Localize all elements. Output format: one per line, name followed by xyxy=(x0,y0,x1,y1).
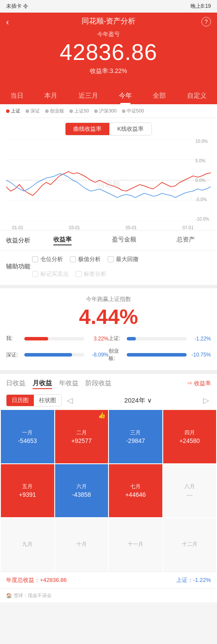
analysis-opt-总资产[interactable]: 总资产 xyxy=(177,236,195,245)
compare-bar-1 xyxy=(127,337,136,340)
x-label: 03-01 xyxy=(69,225,80,230)
month-cell-1[interactable]: 👍二月+92577 xyxy=(55,410,108,463)
hero-subtitle: 今年盈亏 xyxy=(0,30,217,38)
compare-bar-2 xyxy=(24,353,72,357)
month-cell-11[interactable]: 十二月 xyxy=(163,518,217,571)
month-val-6: +44646 xyxy=(125,491,146,498)
month-name-6: 七月 xyxy=(130,483,141,490)
footer-index-label: 上证： xyxy=(176,577,193,583)
chart-toggle-btn-1[interactable]: K线收益率 xyxy=(109,123,151,135)
month-name-0: 一月 xyxy=(22,429,33,436)
y-label: -5.0% xyxy=(195,197,209,202)
period-tab-全部[interactable]: 全部 xyxy=(149,90,169,104)
rate-toggle[interactable]: ⇒ 收益率 xyxy=(187,380,211,387)
beat-section: 今年跑赢上证指数 4.44% xyxy=(0,288,217,334)
legend-label-3: 上证50 xyxy=(74,108,89,114)
helper-item-1[interactable]: 极值分析 xyxy=(70,255,101,263)
checkbox-1[interactable] xyxy=(70,256,76,262)
legend-item-5[interactable]: 中证500 xyxy=(122,108,144,114)
chart-x-labels: 01-0103-0105-0107-01 xyxy=(12,225,194,230)
bp-tab-年收益[interactable]: 年收益 xyxy=(59,379,79,387)
legend-dot-5 xyxy=(122,109,125,113)
x-label: 05-01 xyxy=(126,225,137,230)
compare-val-1: -1.22% xyxy=(189,336,211,342)
legend-item-2[interactable]: 创业板 xyxy=(45,108,64,114)
checkbox-3 xyxy=(32,271,38,277)
chart-area: 同花顺 10.0%5.0%0.0%-5.0%-10.0% 01-0103-010… xyxy=(6,139,211,230)
helper-row: 辅助功能 仓位分析极值分析最大回撤标记买卖点标签分析 xyxy=(6,255,211,278)
analysis-opt-收益率[interactable]: 收益率 xyxy=(53,236,72,245)
month-cell-9[interactable]: 十月 xyxy=(55,518,108,571)
y-label: 0.0% xyxy=(195,178,209,183)
period-tab-自定义[interactable]: 自定义 xyxy=(184,90,210,104)
y-label: -10.0% xyxy=(195,217,209,221)
helper-items: 仓位分析极值分析最大回撤标记买卖点标签分析 xyxy=(32,255,138,278)
chart-y-labels: 10.0%5.0%0.0%-5.0%-10.0% xyxy=(195,139,209,221)
month-val-0: -54653 xyxy=(18,437,37,444)
month-cell-3[interactable]: 四月+24580 xyxy=(163,410,217,463)
help-button[interactable]: ? xyxy=(201,17,211,26)
month-cell-5[interactable]: 六月-43858 xyxy=(55,464,108,518)
thumb-icon-1: 👍 xyxy=(98,412,105,419)
view-toggle: 日历图柱状图 xyxy=(6,394,62,406)
compare-name-2: 深证: xyxy=(6,351,22,359)
compare-name-0: 我: xyxy=(6,335,22,342)
view-btn-1[interactable]: 柱状图 xyxy=(34,395,61,406)
carrier-text: 未插卡 令 xyxy=(6,3,28,10)
back-button[interactable]: ‹ xyxy=(6,17,9,27)
period-tab-近三月[interactable]: 近三月 xyxy=(75,90,102,104)
helper-item-label-3: 标记买卖点 xyxy=(40,270,69,278)
next-arrow[interactable]: ▷ xyxy=(201,396,211,405)
bp-tab-阶段收益[interactable]: 阶段收益 xyxy=(85,379,112,387)
compare-item-3: 创业板:-10.75% xyxy=(108,347,211,363)
period-tab-本月[interactable]: 本月 xyxy=(41,90,61,104)
period-tab-当日[interactable]: 当日 xyxy=(7,90,27,104)
period-tab-今年[interactable]: 今年 xyxy=(115,90,135,104)
footer-bar: 年度总收益：+42836.86 上证：-1.22% xyxy=(0,571,217,588)
time-text: 晚上8:19 xyxy=(191,3,211,10)
legend-item-0[interactable]: 上证 xyxy=(6,108,20,114)
helper-section: 辅助功能 仓位分析极值分析最大回撤标记买卖点标签分析 xyxy=(0,251,217,285)
helper-item-2[interactable]: 最大回撤 xyxy=(108,255,138,263)
period-tabs: 当日本月近三月今年全部自定义 xyxy=(0,86,217,104)
community-bar: 🏠 雪球：现金不误会 xyxy=(0,588,217,602)
status-bar: 未插卡 令 晚上8:19 xyxy=(0,0,217,13)
month-cell-4[interactable]: 五月+9391 xyxy=(1,464,54,518)
month-cell-7[interactable]: 八月— xyxy=(163,464,217,518)
legend-dot-4 xyxy=(94,109,98,113)
chart-section: 曲线收益率K线收益率 同花顺 10.0%5.0%0.0%-5.0%-10.0% … xyxy=(0,118,217,230)
helper-item-0[interactable]: 仓位分析 xyxy=(32,255,63,263)
calendar-controls: 日历图柱状图 ◁ 2024年 ∨ ▷ xyxy=(0,391,217,410)
checkbox-0[interactable] xyxy=(32,256,38,262)
checkbox-2[interactable] xyxy=(108,256,114,262)
month-cell-8[interactable]: 九月 xyxy=(1,518,54,571)
compare-name-3: 创业板: xyxy=(108,347,124,362)
legend-item-3[interactable]: 上证50 xyxy=(69,108,89,114)
checkbox-4 xyxy=(76,271,82,277)
footer-index-val: -1.22% xyxy=(193,577,211,583)
legend-label-0: 上证 xyxy=(11,108,20,114)
analysis-opt-盈亏金额[interactable]: 盈亏金额 xyxy=(112,236,136,245)
bp-tab-月收益[interactable]: 月收益 xyxy=(33,379,52,387)
compare-item-0: 我:3.22% xyxy=(6,334,108,343)
helper-item-label-4: 标签分析 xyxy=(84,270,106,278)
chart-toggle-btn-0[interactable]: 曲线收益率 xyxy=(66,123,109,135)
legend-item-4[interactable]: 沪深300 xyxy=(94,108,116,114)
month-cell-10[interactable]: 十一月 xyxy=(109,518,162,571)
view-btn-0[interactable]: 日历图 xyxy=(7,395,34,406)
bp-tab-日收益[interactable]: 日收益 xyxy=(6,379,26,387)
month-cell-0[interactable]: 一月-54653 xyxy=(1,410,54,463)
analysis-label: 收益分析 xyxy=(6,237,30,244)
prev-arrow[interactable]: ◁ xyxy=(65,396,75,405)
legend-item-1[interactable]: 深证 xyxy=(26,108,40,114)
helper-item-4: 标签分析 xyxy=(76,270,106,278)
month-cell-6[interactable]: 七月+44646 xyxy=(109,464,162,518)
footer-total-val: +42836.86 xyxy=(40,577,67,583)
legend-label-2: 创业板 xyxy=(50,108,64,114)
compare-item-2: 深证:-8.09% xyxy=(6,347,108,363)
month-cell-2[interactable]: 三月-29847 xyxy=(109,410,162,463)
section-divider-2 xyxy=(0,370,217,373)
cal-year[interactable]: 2024年 ∨ xyxy=(78,396,198,405)
bottom-period-tabs: 日收益月收益年收益阶段收益⇒ 收益率 xyxy=(0,373,217,391)
month-name-1: 二月 xyxy=(76,429,87,436)
